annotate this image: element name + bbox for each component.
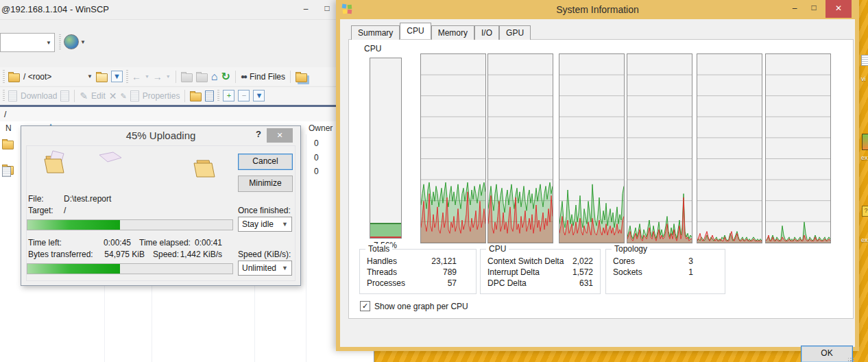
total-progress-bar: [27, 263, 233, 274]
chevron-down-icon[interactable]: ▼: [80, 39, 86, 45]
cpu-core-graph-4: [627, 53, 692, 243]
filter-icon[interactable]: ▼: [111, 71, 123, 82]
download-options-icon[interactable]: [60, 90, 69, 101]
cpu-core-graph-2: [487, 53, 553, 243]
new-session-globe-icon[interactable]: [64, 34, 79, 49]
show-one-graph-option[interactable]: ✓ Show one graph per CPU: [360, 301, 468, 311]
sysinfo-titlebar[interactable]: System Information – □ ✕: [336, 0, 859, 19]
session-combo[interactable]: ▼: [0, 33, 55, 52]
home-directory-icon[interactable]: ⌂: [211, 72, 218, 82]
remote-path-bar[interactable]: /: [0, 105, 374, 122]
cpu-core-graph-3: [559, 53, 625, 243]
parent-directory-icon[interactable]: [181, 73, 193, 82]
minimize-button[interactable]: Minimize: [238, 176, 293, 192]
minimize-button[interactable]: –: [787, 3, 802, 14]
tab-memory[interactable]: Memory: [431, 25, 474, 40]
toolbar-separator: [176, 71, 176, 83]
close-button[interactable]: ✕: [825, 0, 852, 18]
winscp-minimize-button[interactable]: –: [298, 4, 313, 15]
pencil-icon[interactable]: ✎: [80, 91, 88, 101]
target-label: Target:: [28, 206, 53, 215]
chevron-down-icon: ▼: [282, 221, 291, 228]
column-header-owner[interactable]: Owner: [309, 123, 333, 133]
properties-button[interactable]: Properties: [143, 91, 180, 101]
checkbox-checked[interactable]: ✓: [360, 301, 370, 311]
toolbar-separator: [184, 90, 185, 102]
table-row-owner: 0: [314, 138, 319, 148]
expand-icon[interactable]: +: [223, 90, 234, 101]
file-label: File:: [28, 194, 44, 204]
maximize-button[interactable]: □: [806, 3, 821, 14]
find-files-button[interactable]: Find Files: [250, 72, 285, 82]
synchronize-icon[interactable]: [296, 73, 307, 82]
tab-summary[interactable]: Summary: [351, 25, 400, 40]
file-icon: [2, 167, 11, 177]
resize-grip[interactable]: [848, 358, 855, 362]
forward-icon[interactable]: →: [153, 72, 162, 82]
once-finished-label: Once finished:: [238, 206, 291, 215]
ok-button[interactable]: OK: [801, 346, 853, 362]
bytes-transferred-label: Bytes transferred:: [28, 250, 93, 259]
stat-value: 1: [688, 267, 693, 278]
delete-icon[interactable]: ✕: [109, 91, 117, 101]
stat-label: Context Switch Delta: [487, 256, 564, 267]
root-directory-icon[interactable]: [196, 73, 208, 82]
help-button[interactable]: ?: [253, 129, 264, 141]
sysinfo-body: SummaryCPUMemoryI/OGPU CPU 7.56%: [340, 19, 855, 347]
desktop-icon-fragment[interactable]: [862, 134, 868, 150]
winscp-title: @192.168.1.104 - WinSCP: [1, 4, 109, 14]
properties-icon[interactable]: [130, 90, 139, 101]
close-button[interactable]: ✕: [267, 128, 293, 143]
toolbar-grip[interactable]: [3, 90, 5, 102]
upload-progress-dialog: 45% Uploading ? ✕ Cancel Minimize: [21, 125, 301, 286]
back-icon[interactable]: ←: [132, 72, 141, 82]
stat-value: 3: [688, 256, 693, 267]
path-combo[interactable]: / <root>: [23, 72, 84, 82]
desktop-icon-label-fragment: ex: [861, 154, 868, 161]
toolbar-grip[interactable]: [59, 34, 61, 49]
new-folder-icon[interactable]: [190, 93, 202, 101]
dialog-titlebar[interactable]: 45% Uploading ? ✕: [21, 126, 300, 145]
download-button[interactable]: Download: [21, 91, 57, 101]
duplicate-icon[interactable]: [205, 90, 214, 101]
cpu-section-label: CPU: [364, 44, 381, 53]
collapse-icon[interactable]: −: [238, 90, 250, 101]
chevron-down-icon[interactable]: ▼: [87, 73, 93, 80]
cancel-button[interactable]: Cancel: [238, 154, 293, 170]
download-icon[interactable]: [8, 90, 17, 101]
tab-cpu[interactable]: CPU: [400, 23, 431, 39]
column-separator: [306, 134, 306, 362]
toolbar-grip[interactable]: [126, 70, 128, 84]
tab-io[interactable]: I/O: [474, 25, 499, 40]
target-value: /: [64, 206, 66, 215]
desktop-icon-fragment[interactable]: [861, 55, 868, 66]
bytes-transferred-value: 54,975 KiB: [97, 250, 145, 259]
toolbar-separator: [290, 71, 291, 83]
flying-page-icon: [98, 151, 123, 163]
edit-button[interactable]: Edit: [91, 91, 106, 101]
table-row-owner: 0: [314, 167, 319, 176]
speed-limit-select[interactable]: Unlimited ▼: [238, 261, 292, 276]
toolbar-separator: [235, 71, 236, 83]
winscp-titlebar[interactable]: @192.168.1.104 - WinSCP – □: [0, 0, 374, 20]
open-directory-icon[interactable]: [96, 73, 108, 82]
rename-icon[interactable]: ✎: [121, 91, 127, 101]
chevron-down-icon[interactable]: ▼: [166, 74, 171, 79]
current-folder-icon: [8, 73, 20, 82]
cpu-core-graph-1: [420, 53, 486, 243]
chevron-down-icon[interactable]: ▼: [145, 74, 149, 79]
refresh-icon[interactable]: ↻: [221, 72, 230, 82]
toolbar-grip[interactable]: [3, 70, 5, 84]
once-finished-select[interactable]: Stay idle ▼: [238, 217, 292, 232]
desktop: vi ex ? ex @192.168.1.104 - WinSCP – □ ▼…: [0, 0, 868, 362]
desktop-icon-fragment[interactable]: ?: [862, 206, 868, 217]
toolbar-grip[interactable]: [217, 90, 219, 102]
winscp-session-toolbar: ▼ ▼: [0, 29, 374, 55]
stat-value: 2,022: [572, 256, 593, 267]
speed-value: 1,442 KiB/s: [176, 250, 222, 259]
toolbar-separator: [74, 90, 75, 102]
filter-icon[interactable]: ▼: [253, 90, 265, 101]
winscp-maximize-button[interactable]: □: [320, 3, 335, 14]
column-header-name[interactable]: N: [5, 123, 12, 133]
tab-gpu[interactable]: GPU: [499, 25, 531, 40]
